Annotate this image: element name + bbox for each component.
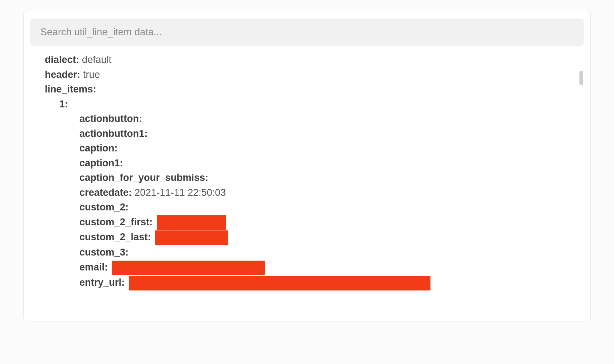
kv-custom-2-last: custom_2_last: xyxy=(45,230,584,245)
kv-caption: caption: xyxy=(45,141,584,156)
kv-label: custom_2: xyxy=(79,202,129,213)
kv-entry-url: entry_url: xyxy=(45,275,584,290)
kv-label: 1: xyxy=(59,99,68,110)
search-input[interactable] xyxy=(30,19,584,46)
tree-content: dialect: default header: true line_items… xyxy=(45,52,584,290)
kv-label: caption_for_your_submiss: xyxy=(79,172,208,183)
kv-createdate: createdate: 2021-11-11 22:50:03 xyxy=(45,185,584,200)
kv-label: custom_2_first: xyxy=(79,217,153,228)
kv-label: dialect: xyxy=(45,54,79,65)
kv-custom-2: custom_2: xyxy=(45,200,584,215)
redacted-value xyxy=(129,276,430,290)
kv-actionbutton1: actionbutton1: xyxy=(45,126,584,141)
kv-label: line_items: xyxy=(45,84,96,95)
kv-caption-for-your-submiss: caption_for_your_submiss: xyxy=(45,170,584,185)
redacted-value xyxy=(112,261,265,275)
kv-email: email: xyxy=(45,260,584,275)
kv-label: createdate: xyxy=(79,187,132,198)
kv-dialect: dialect: default xyxy=(45,52,584,67)
kv-header: header: true xyxy=(45,67,584,82)
kv-label: header: xyxy=(45,69,80,80)
kv-custom-2-first: custom_2_first: xyxy=(45,215,584,230)
kv-value: 2021-11-11 22:50:03 xyxy=(135,187,226,198)
kv-label: caption1: xyxy=(79,158,123,169)
kv-line-items: line_items: xyxy=(45,82,584,97)
kv-caption1: caption1: xyxy=(45,156,584,171)
kv-label: email: xyxy=(79,262,108,273)
item-index: 1: xyxy=(45,97,584,112)
kv-value: true xyxy=(83,69,100,80)
tree-viewport[interactable]: dialect: default header: true line_items… xyxy=(30,52,584,314)
kv-custom-3: custom_3: xyxy=(45,245,584,260)
redacted-value xyxy=(157,215,226,230)
kv-label: custom_2_last: xyxy=(79,232,151,242)
kv-actionbutton: actionbutton: xyxy=(45,111,584,126)
kv-label: actionbutton1: xyxy=(79,128,147,139)
redacted-value xyxy=(155,230,228,245)
kv-label: custom_3: xyxy=(79,247,129,258)
data-inspector-panel: dialect: default header: true line_items… xyxy=(23,11,591,321)
kv-label: caption: xyxy=(79,143,118,154)
kv-label: entry_url: xyxy=(79,277,125,288)
kv-label: actionbutton: xyxy=(79,113,142,124)
kv-value: default xyxy=(82,54,111,65)
